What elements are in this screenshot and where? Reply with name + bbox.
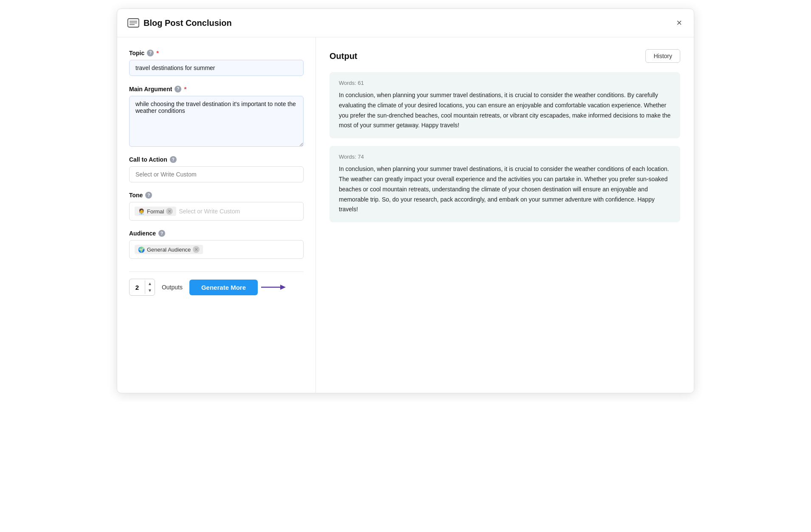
tone-tag-label: Formal [147,208,164,215]
modal-title-group: Blog Post Conclusion [127,18,232,28]
document-icon [127,18,139,28]
output-header: Output History [329,49,680,63]
output-text-2: In conclusion, when planning your summer… [339,164,671,215]
history-button[interactable]: History [645,49,680,63]
output-words-1: Words: 61 [339,80,671,86]
tone-field-group: Tone ? 🧑‍💼 Formal × Select or Write Cust… [129,192,304,221]
stepper-up-button[interactable]: ▲ [145,280,155,287]
audience-help-icon[interactable]: ? [158,230,165,237]
main-argument-textarea[interactable]: while choosing the travel destination it… [129,96,304,147]
stepper-down-button[interactable]: ▼ [145,287,155,294]
tone-placeholder: Select or Write Custom [179,208,240,215]
tone-tag-remove-button[interactable]: × [166,208,173,215]
left-panel: Topic ? * Main Argument ? * while choosi… [117,37,316,393]
outputs-value[interactable]: 2 [130,284,145,291]
stepper-arrows: ▲ ▼ [145,280,155,294]
main-argument-field-group: Main Argument ? * while choosing the tra… [129,85,304,147]
call-to-action-help-icon[interactable]: ? [170,156,177,163]
call-to-action-label: Call to Action ? [129,156,304,163]
topic-help-icon[interactable]: ? [147,50,154,56]
arrow-indicator [261,283,287,292]
audience-tag-remove-button[interactable]: × [193,246,200,253]
modal-body: Topic ? * Main Argument ? * while choosi… [117,37,694,393]
audience-label: Audience ? [129,230,304,237]
audience-tag-icon: 🌍 [138,246,145,253]
audience-field-group: Audience ? 🌍 General Audience × [129,230,304,259]
main-argument-label: Main Argument ? * [129,85,304,92]
outputs-stepper[interactable]: 2 ▲ ▼ [129,279,155,296]
topic-label: Topic ? * [129,49,304,56]
modal-header: Blog Post Conclusion × [117,9,694,37]
tone-help-icon[interactable]: ? [145,192,152,199]
svg-marker-5 [280,285,286,290]
call-to-action-input[interactable] [129,166,304,182]
page-title: Blog Post Conclusion [144,18,232,28]
topic-required-star: * [156,49,159,56]
main-argument-help-icon[interactable]: ? [175,86,181,92]
call-to-action-field-group: Call to Action ? [129,156,304,182]
bottom-bar: 2 ▲ ▼ Outputs Generate More [129,272,304,296]
output-card-1: Words: 61 In conclusion, when planning y… [329,72,680,138]
tone-tag-input[interactable]: 🧑‍💼 Formal × Select or Write Custom [129,202,304,221]
audience-tag-label: General Audience [147,246,191,253]
output-card-2: Words: 74 In conclusion, when planning y… [329,146,680,222]
output-text-1: In conclusion, when planning your summer… [339,90,671,131]
output-title: Output [329,51,358,61]
audience-tag-input[interactable]: 🌍 General Audience × [129,240,304,259]
right-panel: Output History Words: 61 In conclusion, … [316,37,694,393]
blog-post-conclusion-modal: Blog Post Conclusion × Topic ? * Main Ar… [117,8,694,393]
main-argument-required-star: * [184,85,186,92]
output-words-2: Words: 74 [339,154,671,160]
tone-tag: 🧑‍💼 Formal × [135,207,176,216]
topic-input[interactable] [129,60,304,76]
outputs-label: Outputs [162,284,183,291]
tone-label: Tone ? [129,192,304,199]
topic-field-group: Topic ? * [129,49,304,76]
close-button[interactable]: × [675,17,684,29]
audience-tag: 🌍 General Audience × [135,245,203,254]
tone-tag-icon: 🧑‍💼 [138,208,145,215]
generate-more-button[interactable]: Generate More [189,280,258,295]
